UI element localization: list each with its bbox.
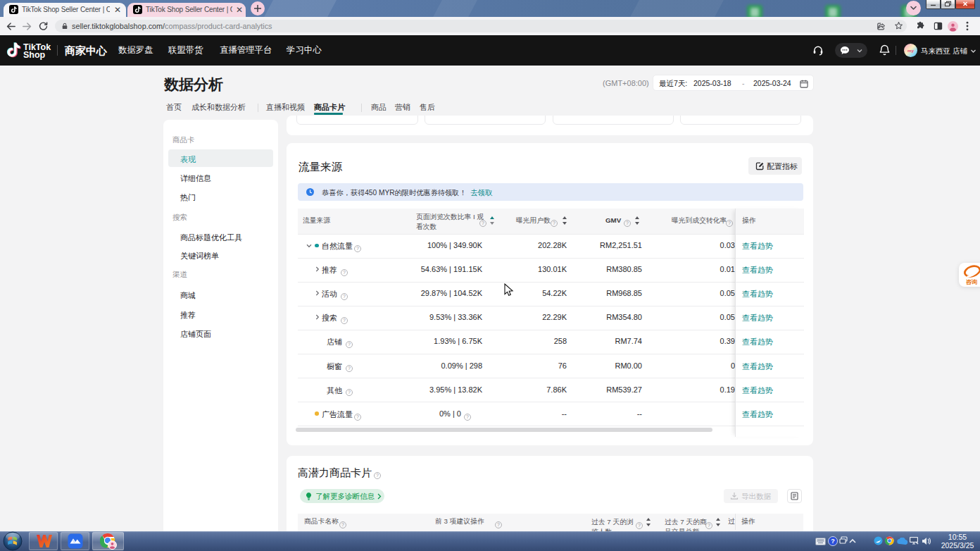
svg-text:?: ? xyxy=(831,538,835,545)
